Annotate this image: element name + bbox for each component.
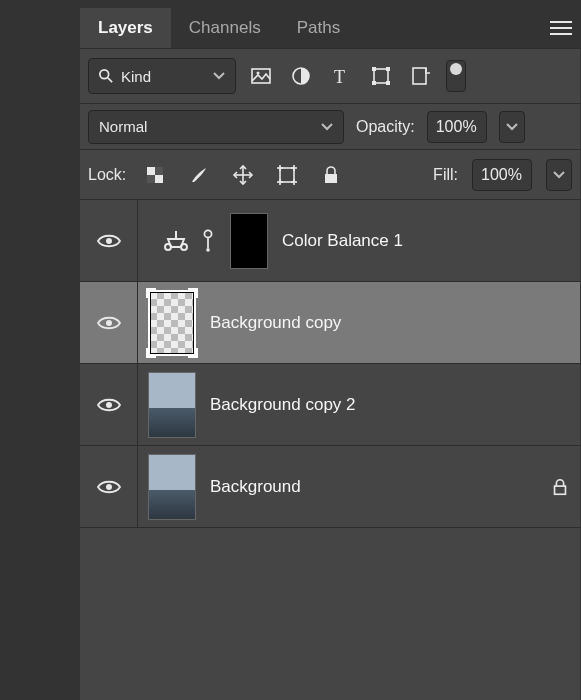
lock-position[interactable] [228, 160, 258, 190]
layer-list: Color Balance 1 Background copy [80, 200, 580, 528]
blend-mode-select[interactable]: Normal [88, 110, 344, 144]
svg-point-3 [100, 70, 109, 79]
artboard-icon [276, 164, 298, 186]
blend-mode-value: Normal [99, 118, 147, 135]
chevron-down-icon [321, 123, 333, 131]
filter-shape-layers[interactable] [366, 61, 396, 91]
svg-rect-30 [325, 174, 337, 183]
layer-thumbnail[interactable] [148, 290, 196, 356]
layer-row-color-balance[interactable]: Color Balance 1 [80, 200, 580, 282]
svg-point-31 [106, 238, 112, 244]
layer-mask-thumbnail[interactable] [230, 213, 268, 269]
svg-rect-10 [372, 67, 376, 71]
layer-locked-indicator[interactable] [540, 477, 580, 497]
svg-line-4 [108, 78, 112, 82]
eye-icon [97, 315, 121, 331]
svg-rect-21 [280, 168, 294, 182]
svg-rect-12 [372, 81, 376, 85]
filter-adjustment-layers[interactable] [286, 61, 316, 91]
svg-rect-41 [555, 486, 566, 494]
svg-rect-13 [386, 81, 390, 85]
svg-rect-11 [386, 67, 390, 71]
svg-rect-16 [155, 175, 163, 183]
lock-image-pixels[interactable] [184, 160, 214, 190]
svg-point-34 [181, 244, 187, 250]
visibility-toggle[interactable] [80, 200, 138, 281]
layer-name: Background copy 2 [210, 395, 356, 415]
panel-tabs: Layers Channels Paths [80, 8, 580, 48]
move-icon [232, 164, 254, 186]
layer-row-background[interactable]: Background [80, 446, 580, 528]
svg-point-35 [204, 230, 211, 237]
lock-icon [320, 164, 342, 186]
svg-point-39 [106, 402, 112, 408]
tab-layers[interactable]: Layers [80, 8, 171, 48]
lock-icon [550, 477, 570, 497]
visibility-toggle[interactable] [80, 364, 138, 445]
fill-dropdown-button[interactable] [546, 159, 572, 191]
svg-point-33 [165, 244, 171, 250]
filter-smart-objects[interactable] [406, 61, 436, 91]
search-icon [99, 69, 113, 83]
svg-rect-17 [155, 167, 163, 175]
fill-value: 100% [481, 166, 522, 184]
smart-object-icon [410, 65, 432, 87]
layer-thumbnail[interactable] [148, 454, 196, 520]
fill-label: Fill: [433, 166, 458, 184]
svg-rect-14 [413, 68, 426, 84]
filter-kind-select[interactable]: Kind [88, 58, 236, 94]
hamburger-icon [550, 20, 572, 36]
svg-rect-18 [147, 175, 155, 183]
lock-all[interactable] [316, 160, 346, 190]
svg-rect-9 [374, 69, 388, 83]
eye-icon [97, 479, 121, 495]
chevron-down-icon [213, 72, 225, 80]
type-icon: T [330, 65, 352, 87]
clip-link-icon[interactable] [200, 227, 216, 255]
transparency-lock-icon [144, 164, 166, 186]
shape-icon [370, 65, 392, 87]
opacity-value-field[interactable]: 100% [427, 111, 487, 143]
opacity-value: 100% [436, 118, 477, 136]
panel-menu-button[interactable] [542, 8, 580, 48]
filter-type-layers[interactable]: T [326, 61, 356, 91]
layer-name: Background copy [210, 313, 341, 333]
fill-value-field[interactable]: 100% [472, 159, 532, 191]
layer-row-background-copy[interactable]: Background copy [80, 282, 580, 364]
chevron-down-icon [553, 171, 565, 179]
tab-channels[interactable]: Channels [171, 8, 279, 48]
filter-toggle-switch[interactable] [446, 60, 466, 92]
visibility-toggle[interactable] [80, 282, 138, 363]
color-balance-icon [162, 227, 190, 255]
layers-panel: Layers Channels Paths Kind [80, 8, 580, 700]
svg-rect-15 [147, 167, 155, 175]
layer-name: Color Balance 1 [282, 231, 403, 251]
chevron-down-icon [506, 123, 518, 131]
filter-kind-label: Kind [121, 68, 151, 85]
opacity-label: Opacity: [356, 118, 415, 136]
visibility-toggle[interactable] [80, 446, 138, 527]
filter-pixel-layers[interactable] [246, 61, 276, 91]
opacity-dropdown-button[interactable] [499, 111, 525, 143]
image-icon [250, 65, 272, 87]
layer-name: Background [210, 477, 301, 497]
layer-thumbnail[interactable] [148, 372, 196, 438]
lock-artboard-nesting[interactable] [272, 160, 302, 190]
eye-icon [97, 233, 121, 249]
filter-row: Kind T [80, 48, 580, 104]
eye-icon [97, 397, 121, 413]
adjustment-icon [290, 65, 312, 87]
lock-label: Lock: [88, 166, 126, 184]
svg-point-37 [206, 248, 210, 252]
lock-row: Lock: [80, 150, 580, 200]
svg-point-6 [257, 72, 260, 75]
svg-text:T: T [334, 67, 345, 87]
brush-icon [188, 164, 210, 186]
tab-paths[interactable]: Paths [279, 8, 358, 48]
switch-knob [450, 63, 462, 75]
svg-point-40 [106, 484, 112, 490]
layer-row-background-copy-2[interactable]: Background copy 2 [80, 364, 580, 446]
blend-row: Normal Opacity: 100% [80, 104, 580, 150]
svg-point-38 [106, 320, 112, 326]
lock-transparent-pixels[interactable] [140, 160, 170, 190]
